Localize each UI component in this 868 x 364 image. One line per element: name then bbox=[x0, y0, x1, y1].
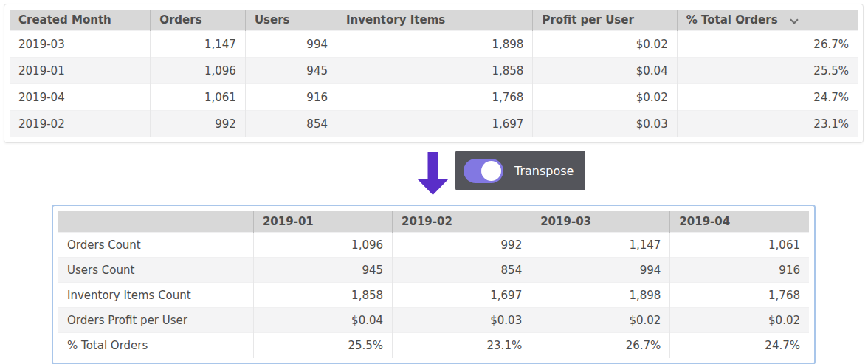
column-header[interactable]: Users bbox=[245, 10, 337, 31]
column-header: 2019-04 bbox=[670, 211, 809, 233]
column-header-label: 2019-03 bbox=[540, 215, 591, 228]
row-label-cell: 2019-03 bbox=[10, 31, 151, 58]
header-row: Created MonthOrdersUsersInventory ItemsP… bbox=[10, 10, 858, 31]
value-cell: 1,061 bbox=[151, 84, 246, 111]
transpose-label: Transpose bbox=[514, 164, 574, 178]
value-cell: 25.5% bbox=[677, 58, 858, 84]
source-table: Created MonthOrdersUsersInventory ItemsP… bbox=[10, 10, 858, 137]
header-row: 2019-012019-022019-032019-04 bbox=[58, 211, 809, 233]
value-cell: 26.7% bbox=[531, 333, 670, 358]
source-table-card: Created MonthOrdersUsersInventory ItemsP… bbox=[4, 4, 864, 143]
column-header-label: Inventory Items bbox=[346, 13, 445, 27]
column-header-label: 2019-01 bbox=[263, 215, 314, 228]
transpose-arrow-down-icon bbox=[417, 152, 449, 195]
value-cell: 23.1% bbox=[677, 111, 858, 137]
column-header-label: Profit per User bbox=[542, 13, 633, 27]
column-header[interactable]: Inventory Items bbox=[337, 10, 532, 31]
column-header-label: Orders bbox=[159, 13, 202, 27]
row-label-cell: Orders Profit per User bbox=[58, 308, 253, 333]
value-cell: $0.02 bbox=[533, 31, 677, 58]
value-cell: 916 bbox=[245, 84, 337, 111]
value-cell: 854 bbox=[245, 111, 337, 137]
row-label-cell: 2019-01 bbox=[10, 58, 151, 84]
row-label-cell: Users Count bbox=[58, 258, 253, 283]
value-cell: 1,858 bbox=[337, 58, 532, 84]
transposed-table: 2019-012019-022019-032019-04Orders Count… bbox=[58, 211, 809, 358]
column-header[interactable]: Profit per User bbox=[533, 10, 677, 31]
value-cell: 26.7% bbox=[677, 31, 858, 58]
value-cell: $0.03 bbox=[533, 111, 677, 137]
row-label-cell: Inventory Items Count bbox=[58, 283, 253, 308]
table-row: 2019-029928541,697$0.0323.1% bbox=[10, 111, 858, 137]
value-cell: 1,147 bbox=[531, 233, 670, 258]
column-header[interactable]: % Total Orders bbox=[677, 10, 858, 31]
transpose-toggle[interactable] bbox=[464, 159, 503, 183]
column-header-label: 2019-04 bbox=[679, 215, 730, 228]
column-header-label: Created Month bbox=[18, 13, 111, 27]
value-cell: $0.04 bbox=[253, 308, 392, 333]
value-cell: $0.04 bbox=[533, 58, 677, 84]
table-row: 2019-011,0969451,858$0.0425.5% bbox=[10, 58, 858, 84]
column-header-label: 2019-02 bbox=[402, 215, 452, 228]
value-cell: 994 bbox=[245, 31, 337, 58]
column-header: 2019-03 bbox=[531, 211, 670, 233]
table-row: % Total Orders25.5%23.1%26.7%24.7% bbox=[58, 333, 809, 358]
value-cell: 1,898 bbox=[531, 283, 670, 308]
table-row: Users Count945854994916 bbox=[58, 258, 809, 283]
column-header bbox=[58, 211, 253, 233]
row-label-cell: 2019-02 bbox=[10, 111, 151, 137]
value-cell: 994 bbox=[531, 258, 670, 283]
value-cell: 1,768 bbox=[337, 84, 532, 111]
transposed-table-card: 2019-012019-022019-032019-04Orders Count… bbox=[52, 205, 816, 364]
value-cell: 24.7% bbox=[677, 84, 858, 111]
value-cell: 1,096 bbox=[151, 58, 246, 84]
value-cell: 1,898 bbox=[337, 31, 532, 58]
value-cell: 1,697 bbox=[337, 111, 532, 137]
column-header-label: Users bbox=[255, 13, 290, 27]
value-cell: $0.02 bbox=[531, 308, 670, 333]
value-cell: 23.1% bbox=[393, 333, 531, 358]
value-cell: $0.02 bbox=[533, 84, 677, 111]
column-header: 2019-02 bbox=[393, 211, 531, 233]
value-cell: 1,768 bbox=[670, 283, 809, 308]
value-cell: 945 bbox=[253, 258, 392, 283]
value-cell: 1,697 bbox=[393, 283, 531, 308]
value-cell: 1,096 bbox=[253, 233, 392, 258]
row-label-cell: 2019-04 bbox=[10, 84, 151, 111]
table-row: Orders Profit per User$0.04$0.03$0.02$0.… bbox=[58, 308, 809, 333]
transpose-control[interactable]: Transpose bbox=[455, 151, 585, 190]
value-cell: 916 bbox=[670, 258, 809, 283]
value-cell: $0.02 bbox=[670, 308, 809, 333]
column-header[interactable]: Orders bbox=[151, 10, 246, 31]
table-row: Orders Count1,0969921,1471,061 bbox=[58, 233, 809, 258]
column-header: 2019-01 bbox=[253, 211, 392, 233]
value-cell: $0.03 bbox=[393, 308, 531, 333]
table-row: 2019-041,0619161,768$0.0224.7% bbox=[10, 84, 858, 111]
chevron-down-icon[interactable] bbox=[790, 16, 798, 24]
toggle-knob bbox=[481, 161, 501, 181]
value-cell: 854 bbox=[393, 258, 531, 283]
column-header-label: % Total Orders bbox=[686, 13, 778, 27]
value-cell: 1,858 bbox=[253, 283, 392, 308]
table-row: 2019-031,1479941,898$0.0226.7% bbox=[10, 31, 858, 58]
value-cell: 945 bbox=[245, 58, 337, 84]
value-cell: 25.5% bbox=[253, 333, 392, 358]
value-cell: 1,061 bbox=[670, 233, 809, 258]
row-label-cell: Orders Count bbox=[58, 233, 253, 258]
value-cell: 1,147 bbox=[151, 31, 246, 58]
value-cell: 24.7% bbox=[670, 333, 809, 358]
table-row: Inventory Items Count1,8581,6971,8981,76… bbox=[58, 283, 809, 308]
row-label-cell: % Total Orders bbox=[58, 333, 253, 358]
value-cell: 992 bbox=[393, 233, 531, 258]
value-cell: 992 bbox=[151, 111, 246, 137]
column-header[interactable]: Created Month bbox=[10, 10, 151, 31]
